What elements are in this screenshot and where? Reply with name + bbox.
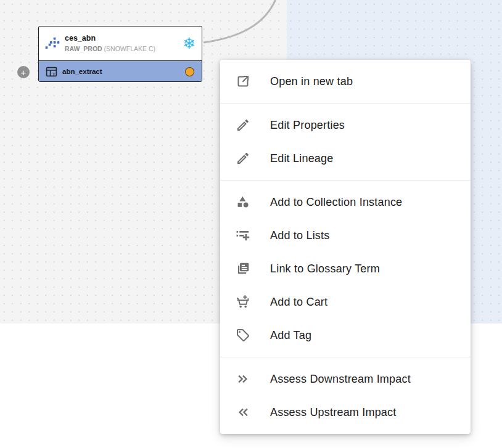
snowflake-icon: ❄ (183, 36, 195, 51)
menu-item-assess-upstream-impact[interactable]: Assess Upstream Impact (220, 396, 471, 429)
table-row-selected[interactable]: T abn_extract (39, 60, 202, 82)
double-chevron-right-icon (236, 372, 250, 386)
expand-lineage-button[interactable]: + (17, 66, 30, 78)
context-menu-group: Add to Collection Instance (220, 181, 471, 357)
open-in-new-icon (236, 74, 250, 89)
menu-item-edit-lineage[interactable]: Edit Lineage (220, 142, 471, 175)
pencil-icon (236, 118, 250, 132)
context-menu: Open in new tab Edit Properties E (220, 60, 471, 434)
menu-item-label: Link to Glossary Term (270, 263, 380, 275)
table-name: abn_extract (62, 68, 185, 75)
menu-item-edit-properties[interactable]: Edit Properties (220, 108, 471, 142)
menu-item-add-to-cart[interactable]: Add to Cart (220, 285, 471, 319)
dataset-node-titles: ces_abn RAW_PROD (SNOWFLAKE C) (65, 34, 179, 53)
context-menu-group: Open in new tab (220, 60, 471, 103)
menu-item-add-to-collection-instance[interactable]: Add to Collection Instance (220, 185, 471, 219)
pencil-icon (236, 151, 250, 166)
cart-add-icon (236, 295, 250, 309)
schema-name: RAW_PROD (65, 45, 102, 52)
menu-item-label: Add Tag (270, 329, 311, 342)
glossary-book-icon (236, 261, 250, 276)
context-menu-group: Edit Properties Edit Lineage (220, 104, 471, 180)
menu-item-add-tag[interactable]: Add Tag (220, 319, 471, 352)
shapes-icon (236, 195, 250, 210)
dataset-node-header[interactable]: ces_abn RAW_PROD (SNOWFLAKE C) ❄ (39, 26, 202, 60)
datasource-name: (SNOWFLAKE C) (104, 45, 155, 52)
dataset-subtitle: RAW_PROD (SNOWFLAKE C) (65, 44, 179, 53)
menu-item-label: Edit Lineage (270, 152, 333, 165)
menu-item-label: Add to Lists (270, 229, 329, 242)
menu-item-label: Assess Downstream Impact (270, 373, 411, 386)
lineage-view: + ces_abn RAW_PROD (SNOWFLAKE C) ❄ (0, 0, 502, 448)
lineage-dots-icon (44, 36, 60, 51)
menu-item-label: Add to Cart (270, 296, 327, 309)
table-icon: T (46, 66, 57, 78)
double-chevron-left-icon (236, 405, 250, 420)
status-indicator-dot (185, 67, 194, 76)
menu-item-assess-downstream-impact[interactable]: Assess Downstream Impact (220, 362, 471, 396)
menu-item-open-in-new-tab[interactable]: Open in new tab (220, 65, 471, 98)
list-add-icon (236, 228, 250, 243)
menu-item-label: Edit Properties (270, 119, 345, 132)
menu-item-label: Assess Upstream Impact (270, 406, 396, 419)
tag-icon (236, 328, 250, 343)
menu-item-label: Open in new tab (270, 75, 353, 88)
svg-text:T: T (52, 71, 56, 76)
dataset-node[interactable]: ces_abn RAW_PROD (SNOWFLAKE C) ❄ T abn_e… (38, 26, 202, 82)
menu-item-add-to-lists[interactable]: Add to Lists (220, 219, 471, 252)
menu-item-label: Add to Collection Instance (270, 196, 402, 209)
context-menu-group: Assess Downstream Impact Assess Upstream… (220, 357, 471, 434)
menu-item-link-to-glossary-term[interactable]: Link to Glossary Term (220, 252, 471, 285)
dataset-title: ces_abn (65, 34, 179, 43)
